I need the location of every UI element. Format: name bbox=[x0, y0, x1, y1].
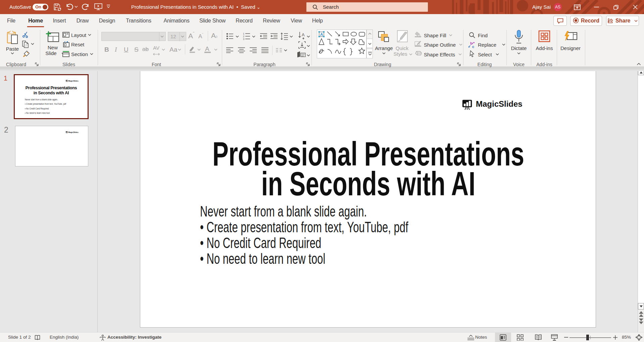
svg-text:3: 3 bbox=[243, 38, 244, 40]
svg-text:A: A bbox=[320, 32, 323, 37]
svg-text:c: c bbox=[472, 45, 474, 49]
svg-text:A: A bbox=[302, 32, 305, 37]
